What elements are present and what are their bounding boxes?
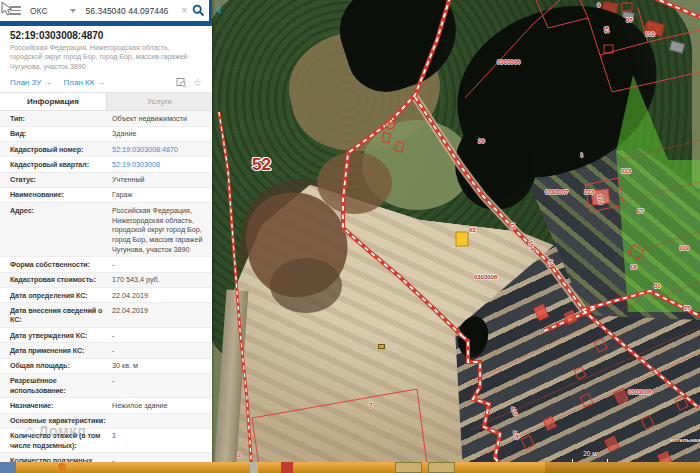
cadastral-overlay [212, 0, 700, 473]
selected-building-highlight [456, 232, 468, 246]
info-row: Кадастровая стоимость:170 543,4 руб. [0, 273, 212, 288]
info-row-label: Кадастровый номер: [0, 145, 110, 155]
info-row-value: Объект недвижимости [110, 114, 212, 124]
bottom-bar-segment [58, 463, 66, 471]
info-rows: Тип:Объект недвижимостиВид:ЗданиеКадастр… [0, 111, 212, 473]
bottom-bar [0, 462, 700, 473]
menu-hamburger-icon[interactable] [10, 5, 21, 17]
info-row-label: Форма собственности: [0, 260, 110, 270]
search-icon [192, 4, 205, 17]
bottom-bar-segment [0, 462, 16, 473]
map-label: 110 [645, 31, 655, 37]
info-row-value: 22.04.2019 [110, 291, 212, 301]
header-action-icons: ☆ [176, 77, 202, 88]
map-label: 0303008 [474, 274, 497, 280]
bottom-bar-segment [428, 462, 455, 473]
info-row: Назначение:Нежилое здание [0, 398, 212, 413]
sidebar-collapse-chevron[interactable]: ‹ [217, 0, 222, 18]
info-row-value: 170 543,4 руб. [110, 275, 212, 285]
info-row-value [110, 416, 212, 426]
cadastral-number-title: 52:19:0303008:4870 [10, 30, 202, 41]
info-row: Дата внесения сведений о КС:22.04.2019 [0, 303, 212, 328]
search-input[interactable] [84, 5, 179, 17]
search-bar: ОКС × [0, 0, 212, 26]
tab-services[interactable]: Услуги [106, 93, 212, 110]
info-sidebar: ОКС × 52:19:0303008:4870 Российская Феде… [0, 0, 212, 473]
search-button[interactable] [192, 4, 205, 17]
info-row: Тип:Объект недвижимости [0, 111, 212, 126]
chevron-down-icon [70, 9, 76, 13]
info-row-label: Общая площадь: [0, 361, 110, 371]
map-label: 2 [238, 452, 241, 458]
object-address-subtitle: Российская Федерация, Нижегородская обла… [10, 43, 202, 71]
map-label: 1 [580, 152, 583, 158]
satellite-map[interactable]: 5203030060303007030300803030082993711082… [212, 0, 700, 473]
map-label: 18 [630, 264, 637, 270]
info-row-label: Статус: [0, 175, 110, 185]
bottom-bar-segment [250, 462, 258, 473]
info-row-value: 22.04.2019 [110, 306, 212, 325]
clear-search-icon[interactable]: × [178, 5, 190, 16]
info-row: Наименование:Гараж [0, 188, 212, 203]
favorite-star-icon[interactable]: ☆ [193, 78, 202, 88]
info-row-value-link[interactable]: 52:19:0303008:4870 [110, 145, 212, 155]
info-row: Кадастровый квартал:52:19:0303008 [0, 157, 212, 172]
app-window: 5203030060303007030300803030082993711082… [0, 0, 700, 473]
info-row-label: Кадастровая стоимость: [0, 275, 110, 285]
search-type-dropdown[interactable]: ОКС [30, 6, 76, 16]
map-label: 0303008 [628, 389, 651, 395]
info-row-label: Количество этажей (в том числе подземных… [0, 431, 110, 450]
info-row: Дата утверждения КС:- [0, 328, 212, 343]
map-label: 52 [252, 156, 271, 173]
tab-information[interactable]: Информация [0, 93, 106, 110]
info-row-label: Дата применения КС: [0, 346, 110, 356]
info-row: Основные характеристики: [0, 414, 212, 429]
info-row-label: Тип: [0, 114, 110, 124]
map-label: 31 [654, 283, 661, 289]
info-row-value: Учтенный [110, 175, 212, 185]
info-row-label: Дата внесения сведений о КС: [0, 306, 110, 325]
map-label: 0303006 [497, 59, 520, 65]
info-row-label: Адрес: [0, 206, 110, 255]
map-label: 109 [679, 245, 689, 251]
info-row-value: Российская Федерация, Нижегородская обла… [110, 206, 212, 255]
map-label: 9 [597, 2, 600, 8]
info-row: Дата определения КС:22.04.2019 [0, 288, 212, 303]
info-row: Кадастровый номер:52:19:0303008:4870 [0, 142, 212, 157]
map-label: 29 [478, 138, 485, 144]
info-row: Вид:Здание [0, 127, 212, 142]
info-row: Форма собственности:- [0, 257, 212, 272]
map-label: 223 [621, 168, 631, 174]
info-row-label: Дата утверждения КС: [0, 331, 110, 341]
plan-links-row: План ЗУ → План КК → ☆ [0, 73, 212, 92]
map-green-zone [616, 75, 700, 312]
info-row-label: Наименование: [0, 190, 110, 200]
bottom-bar-segment [545, 462, 700, 473]
info-row-label: Дата определения КС: [0, 291, 110, 301]
info-row: Адрес:Российская Федерация, Нижегородска… [0, 203, 212, 257]
info-row-label: Основные характеристики: [0, 416, 110, 426]
bottom-bar-segment [281, 462, 293, 473]
info-row: Количество этажей (в том числе подземных… [0, 429, 212, 454]
info-row-label: Назначение: [0, 401, 110, 411]
info-row-label: Вид: [0, 129, 110, 139]
info-row-value: 1 [110, 431, 212, 450]
map-label: 223 [584, 189, 594, 195]
search-type-label: ОКС [30, 6, 48, 16]
plan-zu-link[interactable]: План ЗУ → [10, 78, 52, 87]
zoom-to-extent-icon[interactable] [176, 77, 187, 88]
object-header: 52:19:0303008:4870 Российская Федерация,… [0, 26, 212, 73]
info-row-value: - [110, 376, 212, 395]
map-label: 25 [684, 305, 691, 311]
info-row-value-link[interactable]: 52:19:0303008 [110, 160, 212, 170]
info-row-label: Кадастровый квартал: [0, 160, 110, 170]
plan-kk-link[interactable]: План КК → [64, 78, 105, 87]
info-row-label: Разрешённое использование: [0, 376, 110, 395]
map-label: 82 [603, 26, 610, 34]
map-label: 7 [369, 403, 373, 410]
panel-tabs: Информация Услуги [0, 92, 212, 111]
info-row-value: - [110, 260, 212, 270]
info-row: Дата применения КС:- [0, 343, 212, 358]
info-row: Разрешённое использование:- [0, 374, 212, 399]
map-label: 63 [469, 227, 476, 233]
